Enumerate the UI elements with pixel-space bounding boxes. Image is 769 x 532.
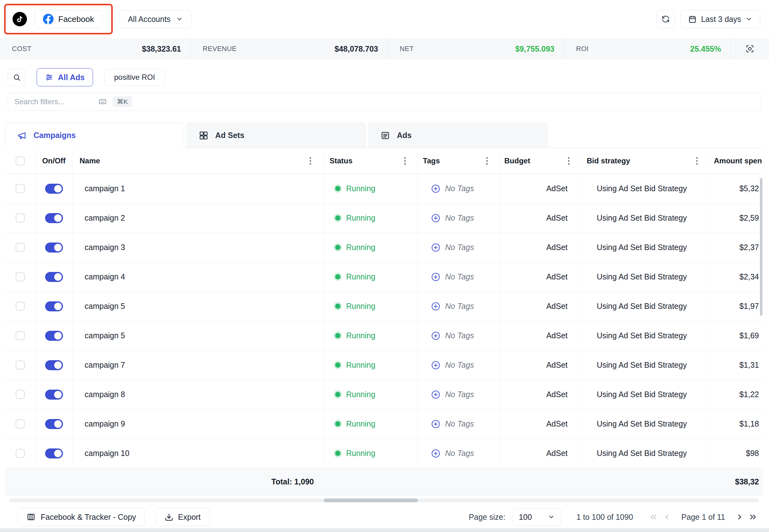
column-menu-icon[interactable]: ⋮	[564, 156, 573, 165]
on-off-cell	[35, 203, 73, 233]
budget-cell: AdSet	[500, 233, 582, 262]
add-tag-icon[interactable]	[431, 449, 440, 458]
column-menu-icon[interactable]: ⋮	[401, 156, 409, 165]
row-checkbox[interactable]	[16, 243, 25, 252]
horizontal-scrollbar	[9, 499, 759, 502]
row-checkbox[interactable]	[16, 213, 25, 223]
row-checkbox[interactable]	[16, 272, 25, 281]
on-off-toggle[interactable]	[45, 243, 63, 253]
row-checkbox[interactable]	[16, 361, 25, 370]
name-cell[interactable]: campaign 2	[73, 203, 323, 233]
chevron-down-icon	[176, 16, 183, 23]
row-checkbox[interactable]	[16, 184, 25, 193]
all-ads-filter-button[interactable]: All Ads	[37, 68, 93, 86]
on-off-header-cell: On/Off	[35, 148, 73, 174]
search-button[interactable]	[8, 69, 25, 86]
on-off-cell	[35, 409, 73, 438]
status-label: Running	[346, 331, 375, 340]
bid-strategy-cell: Using Ad Set Bid Strategy	[582, 321, 710, 350]
first-page-button[interactable]	[647, 510, 660, 524]
add-tag-icon[interactable]	[431, 419, 440, 429]
previous-page-button[interactable]	[660, 510, 673, 524]
status-dot-icon	[335, 215, 341, 221]
on-off-toggle[interactable]	[45, 448, 63, 458]
status-cell: Running	[323, 350, 418, 380]
horizontal-scrollbar-thumb[interactable]	[324, 499, 418, 502]
name-cell[interactable]: campaign 8	[73, 380, 323, 409]
on-off-toggle[interactable]	[45, 213, 63, 223]
grid-icon	[199, 131, 208, 140]
row-checkbox[interactable]	[16, 419, 25, 428]
add-tag-icon[interactable]	[431, 213, 440, 223]
column-menu-icon[interactable]: ⋮	[693, 156, 701, 165]
status-dot-icon	[335, 274, 341, 279]
select-all-checkbox[interactable]	[16, 156, 25, 166]
tiktok-platform-button[interactable]	[13, 12, 27, 26]
status-dot-icon	[335, 451, 341, 456]
date-range-dropdown[interactable]: Last 3 days	[680, 10, 760, 28]
bid-strategy-cell: Using Ad Set Bid Strategy	[582, 439, 710, 468]
focus-metrics-button[interactable]	[731, 38, 769, 59]
status-label: Running	[346, 449, 375, 458]
tab-label: Ads	[397, 131, 412, 140]
next-page-button[interactable]	[733, 510, 746, 524]
add-tag-icon[interactable]	[431, 361, 440, 370]
name-cell[interactable]: campaign 7	[73, 350, 323, 380]
amount-spent-cell: $1,97	[710, 292, 763, 321]
table-row: campaign 5 Running No Tags AdSet Using A…	[5, 292, 763, 321]
column-menu-icon[interactable]: ⋮	[483, 156, 491, 165]
status-dot-icon	[335, 333, 341, 338]
facebook-platform-button[interactable]: Facebook	[34, 10, 102, 28]
tab-campaigns[interactable]: Campaigns	[5, 123, 184, 148]
name-cell[interactable]: campaign 1	[73, 174, 323, 203]
tags-cell: No Tags	[418, 439, 500, 468]
name-cell[interactable]: campaign 9	[73, 409, 323, 438]
on-off-toggle[interactable]	[45, 272, 63, 282]
row-checkbox[interactable]	[16, 331, 25, 340]
filter-chip-label: positive ROI	[114, 73, 155, 82]
column-menu-icon[interactable]: ⋮	[306, 156, 315, 165]
row-checkbox[interactable]	[16, 449, 25, 458]
add-tag-icon[interactable]	[431, 184, 440, 193]
bid-strategy-cell: Using Ad Set Bid Strategy	[582, 203, 710, 233]
amount-spent-value: $1,22	[739, 390, 759, 399]
add-tag-icon[interactable]	[431, 272, 440, 282]
bid-strategy-value: Using Ad Set Bid Strategy	[597, 331, 687, 340]
on-off-toggle[interactable]	[45, 419, 63, 429]
tab-ad-sets[interactable]: Ad Sets	[187, 123, 366, 148]
total-label-cell: Total: 1,090	[73, 468, 323, 495]
accounts-dropdown[interactable]: All Accounts	[119, 10, 191, 28]
on-off-toggle[interactable]	[45, 360, 63, 370]
filter-chip-positive-roi[interactable]: positive ROI	[104, 69, 165, 86]
on-off-toggle[interactable]	[45, 184, 63, 194]
name-cell[interactable]: campaign 5	[73, 321, 323, 350]
add-tag-icon[interactable]	[431, 302, 440, 311]
on-off-toggle[interactable]	[45, 390, 63, 400]
keyboard-icon	[98, 98, 107, 106]
add-tag-icon[interactable]	[431, 390, 440, 399]
on-off-toggle[interactable]	[45, 301, 63, 311]
budget-cell: AdSet	[500, 262, 582, 291]
amount-spent-header: Amount spen	[714, 156, 762, 165]
name-cell[interactable]: campaign 4	[73, 262, 323, 291]
row-checkbox[interactable]	[16, 390, 25, 399]
name-cell[interactable]: campaign 5	[73, 292, 323, 321]
add-tag-icon[interactable]	[431, 331, 440, 340]
search-filters-input[interactable]	[14, 97, 93, 106]
export-button[interactable]: Export	[156, 508, 210, 526]
add-tag-icon[interactable]	[431, 243, 440, 252]
name-cell[interactable]: campaign 3	[73, 233, 323, 262]
vertical-scrollbar-thumb[interactable]	[760, 178, 762, 316]
tab-ads[interactable]: Ads	[368, 123, 547, 148]
status-label: Running	[346, 390, 375, 399]
view-selector-button[interactable]: Facebook & Tracker - Copy	[18, 508, 145, 526]
amount-spent-value: $98	[746, 449, 759, 458]
page-size-select[interactable]: 100	[512, 508, 561, 526]
refresh-button[interactable]	[656, 10, 675, 28]
calendar-icon	[688, 15, 697, 23]
on-off-toggle[interactable]	[45, 331, 63, 341]
row-checkbox[interactable]	[16, 302, 25, 311]
name-cell[interactable]: campaign 10	[73, 439, 323, 468]
last-page-button[interactable]	[746, 510, 760, 524]
search-filters-inputbox[interactable]: ⌘K	[8, 93, 761, 111]
